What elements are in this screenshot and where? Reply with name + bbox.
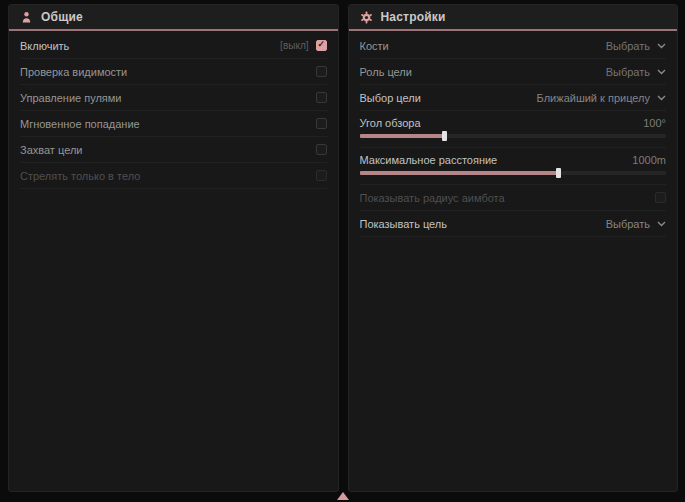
row-body-only[interactable]: Стрелять только в тело — [20, 163, 327, 189]
chevron-down-icon — [657, 69, 666, 75]
row-target-role[interactable]: Роль цели Выбрать — [360, 59, 667, 85]
row-enable[interactable]: Включить [выкл] — [20, 33, 327, 59]
dropdown-value: Выбрать — [606, 218, 650, 230]
panel-title: Общие — [41, 10, 83, 24]
chevron-down-icon — [657, 95, 666, 101]
row-label: Угол обзора — [360, 117, 421, 129]
row-label: Роль цели — [360, 66, 412, 78]
target-lock-checkbox[interactable] — [316, 144, 327, 155]
body-only-checkbox[interactable] — [316, 170, 327, 181]
row-instant-hit[interactable]: Мгновенное попадание — [20, 111, 327, 137]
visibility-check-checkbox[interactable] — [316, 66, 327, 77]
slider-handle[interactable] — [556, 168, 561, 178]
show-radius-checkbox[interactable] — [655, 192, 666, 203]
row-show-target[interactable]: Показывать цель Выбрать — [360, 211, 667, 237]
slider-value: 100° — [643, 117, 666, 129]
slider-fill — [360, 134, 446, 138]
chevron-down-icon — [657, 43, 666, 49]
dropdown-value: Выбрать — [606, 40, 650, 52]
row-fov: Угол обзора 100° — [360, 111, 667, 148]
panel-title: Настройки — [381, 10, 446, 24]
row-label: Мгновенное попадание — [20, 118, 140, 130]
row-target-lock[interactable]: Захват цели — [20, 137, 327, 163]
row-label: Управление пулями — [20, 92, 122, 104]
row-label: Выбор цели — [360, 92, 421, 104]
row-label: Показывать цель — [360, 218, 448, 230]
row-label: Включить — [20, 40, 69, 52]
settings-panel-header: Настройки — [349, 5, 678, 31]
cheat-menu: Общие Включить [выкл] Проверка видимости… — [0, 0, 685, 502]
row-target-select[interactable]: Выбор цели Ближайший к прицелу — [360, 85, 667, 111]
row-max-distance: Максимальное расстояние 1000m — [360, 148, 667, 185]
row-label: Захват цели — [20, 144, 82, 156]
row-label: Максимальное расстояние — [360, 154, 498, 166]
row-bullet-control[interactable]: Управление пулями — [20, 85, 327, 111]
settings-panel: Настройки Кости Выбрать Роль цели Выбрат… — [348, 4, 679, 492]
chevron-down-icon — [657, 221, 666, 227]
instant-hit-checkbox[interactable] — [316, 118, 327, 129]
max-distance-slider[interactable] — [360, 171, 667, 175]
dropdown-value: Выбрать — [606, 66, 650, 78]
person-icon — [20, 11, 33, 24]
hotkey-hint: [выкл] — [280, 40, 308, 51]
bullet-control-checkbox[interactable] — [316, 92, 327, 103]
row-visibility-check[interactable]: Проверка видимости — [20, 59, 327, 85]
gear-icon — [360, 11, 373, 24]
enable-checkbox[interactable] — [316, 40, 327, 51]
row-label: Стрелять только в тело — [20, 170, 140, 182]
dropdown-value: Ближайший к прицелу — [537, 92, 650, 104]
general-panel: Общие Включить [выкл] Проверка видимости… — [8, 4, 339, 492]
row-label: Проверка видимости — [20, 66, 127, 78]
row-bones[interactable]: Кости Выбрать — [360, 33, 667, 59]
slider-fill — [360, 171, 559, 175]
row-label: Показывать радиус аимбота — [360, 192, 505, 204]
slider-value: 1000m — [632, 154, 666, 166]
scroll-up-indicator[interactable] — [337, 492, 349, 500]
fov-slider[interactable] — [360, 134, 667, 138]
general-panel-header: Общие — [9, 5, 338, 31]
row-show-radius[interactable]: Показывать радиус аимбота — [360, 185, 667, 211]
row-label: Кости — [360, 40, 389, 52]
slider-handle[interactable] — [442, 131, 447, 141]
